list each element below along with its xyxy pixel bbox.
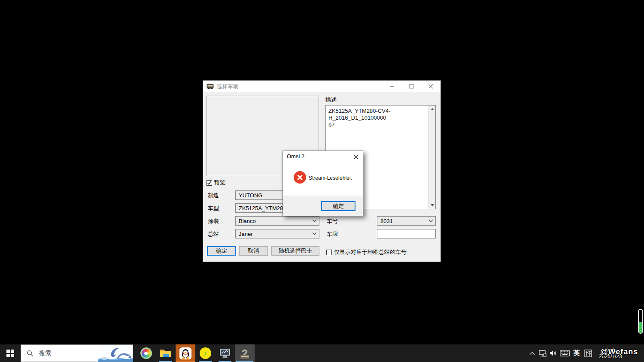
description-scrollbar[interactable] bbox=[428, 106, 435, 209]
error-dialog: Omsi 2 Stream-Lesefehler. 确定 bbox=[283, 151, 363, 216]
search-highlight-dolphin-art[interactable] bbox=[98, 345, 133, 362]
ok-button[interactable]: 确定 bbox=[207, 246, 236, 256]
scroll-down-icon[interactable] bbox=[428, 202, 436, 209]
error-dialog-title: Omsi 2 bbox=[287, 153, 304, 160]
description-text: ZK5125A_YTM280-CV4-H_2016_D1_10100000 b7 bbox=[328, 108, 426, 128]
maximize-button[interactable] bbox=[402, 81, 421, 92]
tray-ime-mode[interactable] bbox=[582, 344, 594, 362]
dialog-titlebar[interactable]: 选择车辆 bbox=[203, 81, 440, 92]
network-icon bbox=[538, 350, 547, 357]
checkbox-unchecked-icon[interactable] bbox=[326, 250, 332, 255]
taskbar-search[interactable]: 搜索 bbox=[21, 344, 133, 362]
keyboard-icon bbox=[560, 350, 570, 356]
speaker-icon bbox=[550, 350, 557, 356]
performance-monitor-icon bbox=[219, 348, 231, 359]
livery-value: Blanco bbox=[239, 218, 256, 224]
bus-icon bbox=[207, 83, 214, 90]
music-icon: ♪ bbox=[200, 347, 211, 359]
search-icon bbox=[27, 350, 33, 357]
tray-volume[interactable] bbox=[548, 344, 558, 362]
taskbar-qq-icon[interactable] bbox=[176, 344, 195, 362]
livery-combo[interactable]: Blanco bbox=[235, 216, 319, 226]
chevron-down-icon bbox=[312, 219, 317, 223]
close-button[interactable] bbox=[421, 81, 440, 92]
volume-indicator bbox=[638, 309, 643, 334]
description-label: 描述 bbox=[325, 96, 337, 104]
error-icon bbox=[294, 171, 306, 184]
model-label: 车型 bbox=[208, 205, 219, 212]
chevron-up-icon bbox=[529, 352, 535, 355]
depot-value: Janer bbox=[239, 231, 253, 237]
bus-number-value: 8031 bbox=[380, 218, 393, 224]
error-close-button[interactable] bbox=[352, 153, 360, 161]
chevron-down-icon bbox=[428, 219, 433, 223]
minimize-button[interactable] bbox=[383, 81, 402, 92]
checkbox-checked-icon[interactable] bbox=[207, 180, 212, 186]
scroll-up-icon[interactable] bbox=[428, 106, 436, 113]
taskbar-omsi2-icon[interactable]: 2 bbox=[235, 344, 255, 362]
bus-number-combo[interactable]: 8031 bbox=[377, 216, 436, 226]
dialog-title: 选择车辆 bbox=[216, 83, 239, 90]
depot-label: 总站 bbox=[208, 230, 219, 238]
error-message: Stream-Lesefehler. bbox=[309, 175, 352, 181]
tray-touch-keyboard[interactable] bbox=[558, 344, 571, 362]
license-plate-label: 车牌 bbox=[327, 230, 338, 238]
search-placeholder: 搜索 bbox=[39, 350, 98, 357]
taskbar-monitor-app-icon[interactable] bbox=[215, 344, 235, 362]
license-plate-input[interactable] bbox=[377, 229, 436, 238]
tray-ime-language[interactable]: 英 bbox=[571, 344, 582, 362]
cancel-button[interactable]: 取消 bbox=[239, 246, 268, 256]
preview-checkbox-label: 预览 bbox=[214, 179, 225, 187]
tray-overflow-chevron[interactable] bbox=[527, 344, 537, 362]
preview-checkbox[interactable]: 预览 bbox=[207, 179, 225, 187]
taskbar-file-explorer-icon[interactable] bbox=[156, 344, 176, 362]
random-bus-button[interactable]: 随机选择巴士 bbox=[271, 246, 319, 256]
taskbar-qq-music-icon[interactable]: ♪ bbox=[195, 344, 215, 362]
folder-icon bbox=[160, 348, 172, 358]
omsi2-icon: 2 bbox=[242, 348, 248, 359]
volume-level-fill bbox=[639, 322, 642, 333]
bus-number-label: 车号 bbox=[327, 217, 338, 225]
error-ok-button[interactable]: 确定 bbox=[321, 201, 355, 211]
pinwheel-icon bbox=[140, 347, 152, 359]
ime-pinyin-icon bbox=[584, 350, 592, 357]
start-button[interactable] bbox=[0, 344, 21, 362]
manufacturer-value: YUTONG bbox=[239, 192, 262, 199]
manufacturer-label: 制造 bbox=[208, 192, 219, 199]
map-depot-filter-label: 仅显示对应于地图总站的车号 bbox=[334, 248, 407, 256]
taskbar: 搜索 bbox=[0, 344, 644, 362]
taskbar-picture-viewer-icon[interactable] bbox=[136, 344, 156, 362]
taskbar-app-icons: ♪ 2 bbox=[136, 344, 255, 362]
desktop: 选择车辆 描述 ZK5125A_YTM280-CV4-H_2016_D1_101… bbox=[0, 0, 644, 362]
depot-combo[interactable]: Janer bbox=[235, 229, 319, 238]
watermark: @Wefans bbox=[600, 347, 638, 356]
qq-penguin-icon bbox=[179, 347, 191, 359]
show-desktop-button[interactable] bbox=[642, 344, 644, 362]
windows-logo-icon bbox=[6, 350, 14, 357]
tray-network[interactable] bbox=[537, 344, 548, 362]
map-depot-filter-checkbox[interactable]: 仅显示对应于地图总站的车号 bbox=[326, 248, 407, 256]
chevron-down-icon bbox=[312, 232, 317, 235]
livery-label: 涂装 bbox=[208, 217, 219, 225]
